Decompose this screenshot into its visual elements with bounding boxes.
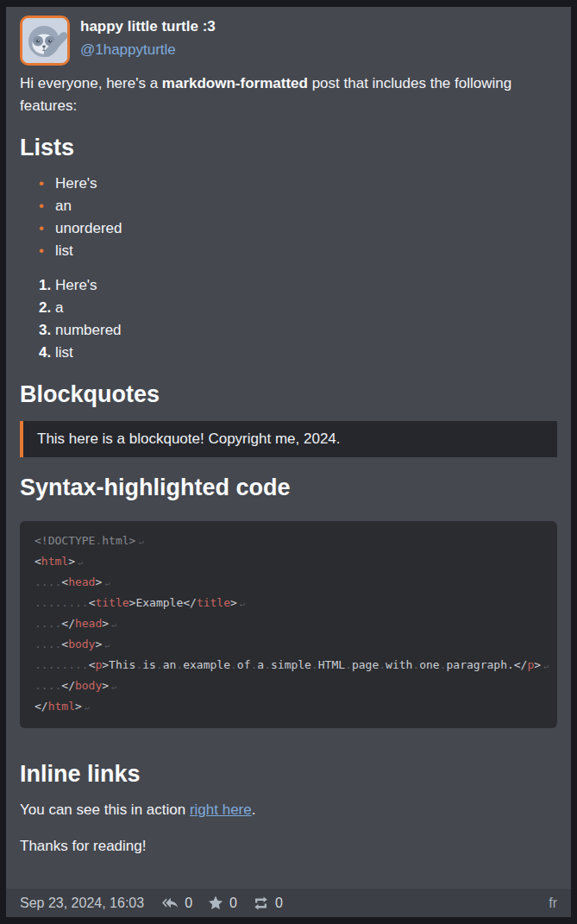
post-body: happy little turtle :3 @1happyturtle Hi … (6, 7, 571, 889)
code-token: html (48, 700, 75, 713)
list-item-text: numbered (55, 319, 122, 342)
code-line: <html>↵ (34, 551, 549, 572)
code-line: ....</head>↵ (34, 613, 549, 634)
code-token: > (68, 555, 75, 568)
newline-marker-icon: ↵ (104, 640, 110, 650)
author-handle[interactable]: @1happyturtle (80, 41, 216, 60)
reply-button[interactable]: 0 (161, 896, 192, 911)
code-block: <!DOCTYPE.html>↵<html>↵....<head>↵......… (20, 521, 557, 728)
retweet-icon (253, 896, 269, 910)
code-token: </ (61, 679, 75, 692)
right-here-link[interactable]: right here (190, 801, 252, 818)
newline-marker-icon: ↵ (104, 578, 110, 588)
code-token: > (102, 679, 109, 692)
inline-links-heading: Inline links (20, 759, 557, 789)
newline-marker-icon: ↵ (138, 537, 143, 546)
code-token: HTML (318, 658, 345, 671)
avatar[interactable] (20, 16, 70, 66)
star-icon (208, 896, 223, 910)
unordered-list: •Here's•an•unordered•list (20, 173, 557, 262)
code-token: .... (34, 617, 61, 630)
list-item-text: a (55, 297, 63, 319)
post-timestamp[interactable]: Sep 23, 2024, 16:03 (20, 896, 144, 911)
code-token: ........ (34, 658, 89, 671)
code-token: html> (102, 534, 135, 547)
list-item-number: 1. (39, 274, 55, 297)
code-token: title (95, 596, 129, 609)
reply-all-icon (161, 896, 179, 910)
newline-marker-icon: ↵ (78, 557, 83, 567)
list-item-number: 2. (39, 297, 55, 319)
code-token: is (142, 658, 156, 671)
newline-marker-icon: ↵ (240, 599, 245, 608)
favourite-button[interactable]: 0 (208, 896, 237, 911)
links-text-post: . (252, 801, 256, 818)
code-token: one (419, 658, 439, 671)
code-token: . (311, 658, 318, 671)
code-token: > (102, 617, 109, 630)
list-item-text: list (55, 240, 73, 262)
newline-marker-icon: ↵ (111, 682, 116, 691)
code-token: paragraph. (447, 658, 514, 671)
code-line: ........<p>This.is.an.example.of.a.simpl… (34, 655, 549, 676)
code-line: ....</body>↵ (34, 676, 549, 696)
lists-heading: Lists (20, 133, 557, 162)
bullet-icon: • (20, 195, 55, 217)
unordered-list-item: •unordered (20, 217, 557, 240)
author-block: happy little turtle :3 @1happyturtle (80, 16, 216, 60)
code-token: < (61, 575, 68, 588)
code-token: . (345, 658, 352, 671)
code-token: . (156, 658, 163, 671)
code-token: </ (183, 596, 197, 609)
newline-marker-icon: ↵ (543, 661, 549, 670)
code-token: with (386, 658, 412, 671)
post-frame: happy little turtle :3 @1happyturtle Hi … (0, 0, 577, 924)
code-token: an (163, 658, 177, 671)
code-token: < (34, 555, 41, 568)
code-line: ....<head>↵ (34, 572, 549, 593)
code-token: <!DOCTYPE (34, 534, 95, 547)
boost-button[interactable]: 0 (253, 896, 283, 911)
boost-count: 0 (275, 896, 283, 911)
code-token: > (230, 596, 237, 609)
newline-marker-icon: ↵ (111, 619, 116, 629)
favourite-count: 0 (229, 896, 237, 911)
bullet-icon: • (20, 217, 55, 240)
code-token: . (440, 658, 447, 671)
list-item-number: 3. (39, 319, 55, 342)
post-language: fr (549, 896, 557, 911)
ordered-list-item: 3.numbered (20, 319, 557, 342)
author-display-name[interactable]: happy little turtle :3 (80, 17, 216, 36)
intro-text-pre: Hi everyone, here's a (20, 75, 162, 91)
list-item-text: Here's (55, 274, 97, 297)
intro-paragraph: Hi everyone, here's a markdown-formatted… (20, 72, 557, 117)
code-line: <!DOCTYPE.html>↵ (34, 531, 549, 551)
code-token: simple (271, 658, 311, 671)
unordered-list-item: •Here's (20, 173, 557, 195)
reply-count: 0 (185, 896, 192, 911)
code-token: This (109, 658, 135, 671)
post-card: happy little turtle :3 @1happyturtle Hi … (6, 7, 571, 917)
thanks-paragraph: Thanks for reading! (20, 835, 557, 858)
post-footer: Sep 23, 2024, 16:03 0 0 (6, 889, 571, 917)
code-token: > (534, 658, 541, 671)
code-line: </html>↵ (34, 696, 549, 717)
code-token: . (230, 658, 237, 671)
code-token: > (75, 700, 82, 713)
list-item-text: list (55, 342, 73, 364)
code-token: example (183, 658, 230, 671)
code-token: .... (34, 638, 61, 651)
code-token: html (41, 555, 68, 568)
ordered-list: 1.Here's2.a3.numbered4.list (20, 274, 557, 364)
code-token: </ (514, 658, 528, 671)
code-token: head (75, 617, 102, 630)
code-token: . (264, 658, 271, 671)
code-token: ........ (34, 596, 89, 609)
intro-text-bold: markdown-formatted (162, 75, 308, 91)
blockquote-text: This here is a blockquote! Copyright me,… (37, 431, 341, 447)
code-token: Example (135, 596, 183, 609)
code-token: </ (61, 617, 75, 630)
code-token: > (95, 638, 102, 651)
code-token: body (68, 638, 95, 651)
blockquote: This here is a blockquote! Copyright me,… (20, 421, 557, 457)
